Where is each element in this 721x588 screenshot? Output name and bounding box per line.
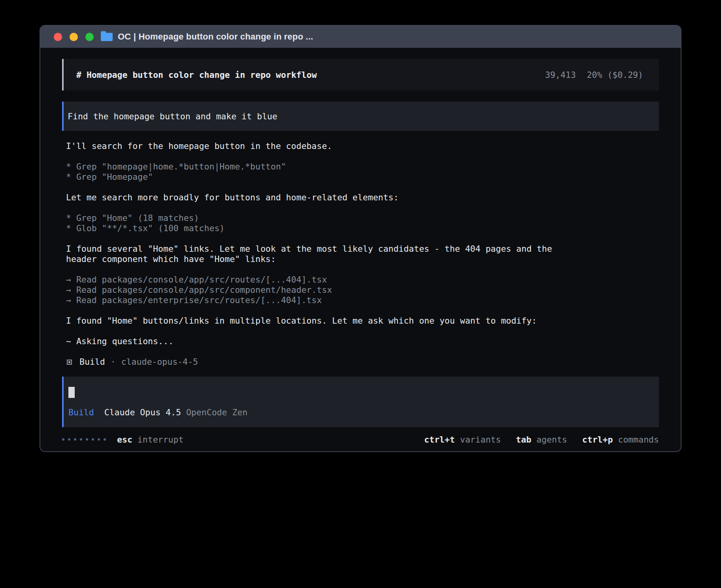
agent-status-row: Build · claude-opus-4-5 [66,357,659,367]
spinner-dots [62,438,106,441]
folder-icon [101,33,113,41]
status-line: ~ Asking questions... [66,336,569,347]
status-bar: esc interrupt ctrl+t variants tab agents… [62,433,659,445]
assistant-text: I found "Home" buttons/links in multiple… [66,316,569,326]
session-header: # Homepage button color change in repo w… [62,59,659,90]
shortcut-esc: esc interrupt [117,435,183,445]
tool-call-read: → Read packages/console/app/src/routes/[… [66,275,659,285]
context-usage: 20% ($0.29) [587,70,643,80]
transcript: I'll search for the homepage button in t… [66,141,659,367]
window-title: OC | Homepage button color change in rep… [118,32,313,42]
tool-call-group: → Read packages/console/app/src/routes/[… [66,275,659,305]
terminal-content: # Homepage button color change in repo w… [40,48,681,445]
agent-selector[interactable]: Build [68,407,94,418]
shortcut-variants: ctrl+t variants [424,435,501,445]
session-stats: 39,413 20% ($0.29) [545,70,643,80]
input-meta-row: Build Claude Opus 4.5 OpenCode Zen [68,407,659,418]
assistant-text: I'll search for the homepage button in t… [66,141,569,151]
agent-separator: · [111,357,116,367]
minimize-button[interactable] [70,33,78,41]
assistant-text: I found several "Home" links. Let me loo… [66,244,569,264]
esc-label: interrupt [138,435,184,445]
agent-name: Build [79,357,105,367]
tool-call-grep: * Grep "Home" (18 matches) [66,213,659,223]
shortcut-commands: ctrl+p commands [582,435,659,445]
window-titlebar[interactable]: OC | Homepage button color change in rep… [40,26,681,48]
model-name: Claude Opus 4.5 [104,407,181,418]
status-bar-left: esc interrupt [62,435,183,445]
tool-call-group: * Grep "homepage|home.*button|Home.*butt… [66,162,659,182]
traffic-lights [54,33,94,41]
tool-call-group: * Grep "Home" (18 matches) * Glob "**/*.… [66,213,659,234]
session-title: # Homepage button color change in repo w… [76,70,317,80]
shortcut-agents: tab agents [516,435,567,445]
provider-name: OpenCode Zen [186,407,247,418]
tool-call-grep: * Grep "homepage|home.*button|Home.*butt… [66,162,659,172]
assistant-text: Let me search more broadly for buttons a… [66,192,569,203]
close-button[interactable] [54,33,62,41]
tool-call-read: → Read packages/enterprise/src/routes/[.… [66,295,659,305]
agent-icon [67,360,72,365]
tool-call-grep: * Grep "Homepage" [66,172,659,182]
prompt-input[interactable]: Build Claude Opus 4.5 OpenCode Zen [62,377,659,427]
user-message-text: Find the homepage button and make it blu… [68,111,277,121]
user-message: Find the homepage button and make it blu… [62,102,659,131]
tool-call-glob: * Glob "**/*.tsx" (100 matches) [66,223,659,234]
zoom-button[interactable] [85,33,94,41]
token-count: 39,413 [545,70,576,80]
agent-model: claude-opus-4-5 [121,357,198,367]
tool-call-read: → Read packages/console/app/src/componen… [66,285,659,295]
status-bar-right: ctrl+t variants tab agents ctrl+p comman… [424,435,659,445]
esc-key: esc [117,435,132,445]
terminal-window: OC | Homepage button color change in rep… [40,25,681,452]
text-cursor [68,387,75,398]
